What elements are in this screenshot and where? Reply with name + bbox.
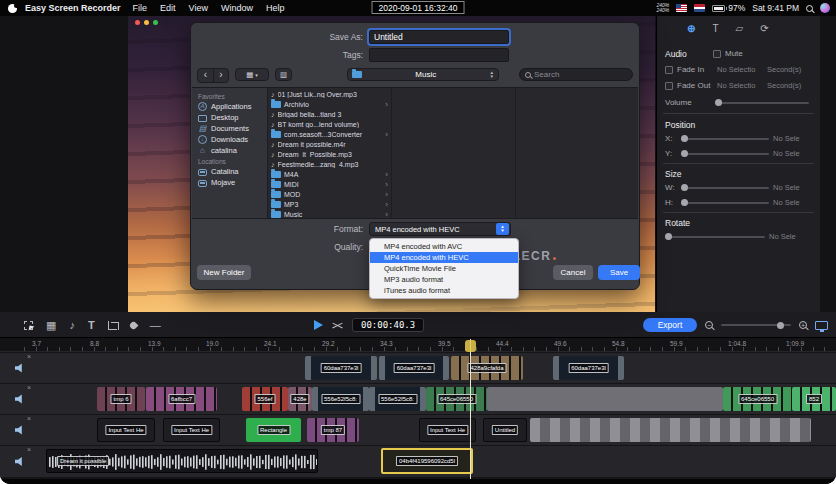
zoom-slider-knob[interactable] xyxy=(777,322,784,329)
timeline-clip-dream-it-possible[interactable]: Dream it possible xyxy=(46,449,318,473)
sidebar-item-applications[interactable]: Applications xyxy=(192,101,267,112)
sidebar-item-catalina[interactable]: Catalina xyxy=(192,166,267,177)
y-slider-knob[interactable] xyxy=(681,150,688,157)
sidebar-item-documents[interactable]: Documents xyxy=(192,123,267,134)
flag-nl-icon[interactable] xyxy=(694,4,705,12)
file-item[interactable]: MP3› xyxy=(268,199,391,209)
timeline-clip-645ce06550[interactable]: 645ce06550 xyxy=(426,387,487,411)
file-item[interactable]: Brigad bella...tland 3 xyxy=(268,109,391,119)
battery-indicator[interactable]: 97% xyxy=(712,3,745,13)
media-tool-icon[interactable]: ▦ xyxy=(46,320,56,331)
file-item[interactable]: Dream it possible.m4r xyxy=(268,139,391,149)
fade-out-checkbox[interactable] xyxy=(665,82,673,90)
fade-in-checkbox[interactable] xyxy=(665,66,673,74)
zoom-out-icon[interactable]: − xyxy=(705,321,713,329)
file-item[interactable]: Dream_it_Possible.mp3 xyxy=(268,149,391,159)
rotate-tool-icon[interactable]: ⟳ xyxy=(760,24,768,34)
new-folder-button[interactable]: New Folder xyxy=(197,265,251,280)
quality-option[interactable]: MP4 encoded with HEVC xyxy=(370,252,518,263)
timeline-clip-556e52f5c8-[interactable]: 556e52f5c8: xyxy=(312,387,369,411)
menu-file[interactable]: File xyxy=(133,3,148,13)
column-view-button[interactable]: ▥ xyxy=(275,68,292,81)
fade-in-value[interactable]: No Selectio xyxy=(717,65,763,74)
sidebar-item-downloads[interactable]: Downloads xyxy=(192,134,267,145)
text-tool-icon[interactable]: T xyxy=(712,24,718,34)
timeline-clip-rectangle[interactable]: Rectangle xyxy=(246,418,301,442)
traffic-light-minimize[interactable] xyxy=(144,20,149,25)
speaker-icon[interactable] xyxy=(15,394,25,404)
timeline-clip-tmp-6[interactable]: tmp 6 xyxy=(97,387,145,411)
crop-tool-icon[interactable] xyxy=(108,321,117,330)
spotlight-icon[interactable] xyxy=(806,5,813,12)
remove-track-icon[interactable]: × xyxy=(27,415,31,422)
view-mode-button[interactable]: ▦▾ xyxy=(235,68,269,81)
sidebar-item-catalina[interactable]: catalina xyxy=(192,145,267,156)
speaker-icon[interactable] xyxy=(15,457,25,467)
mute-checkbox[interactable] xyxy=(713,50,721,58)
play-button[interactable] xyxy=(314,320,323,330)
playhead-handle[interactable] xyxy=(465,340,476,352)
apple-logo-icon[interactable] xyxy=(8,2,17,14)
timeline-clip-852[interactable]: 852 xyxy=(792,387,836,411)
traffic-light-zoom[interactable] xyxy=(153,20,158,25)
speaker-icon[interactable] xyxy=(15,425,25,435)
timeline-ruler[interactable]: 3.78.813.919.024.129.234.339.544.449.654… xyxy=(0,338,836,352)
menu-bar-clock[interactable]: Sat 9:41 PM xyxy=(752,3,799,13)
timeline-clip-556ef[interactable]: 556ef xyxy=(242,387,288,411)
w-slider[interactable] xyxy=(681,187,769,189)
fade-out-value[interactable]: No Selectio xyxy=(717,81,763,90)
sidebar-item-mojave[interactable]: Mojave xyxy=(192,177,267,188)
quality-option[interactable]: MP4 encoded with AVC xyxy=(370,241,518,252)
timeline-clip-428a9cfafda[interactable]: 428a9cfafda xyxy=(451,356,523,380)
flag-us-icon[interactable] xyxy=(676,4,687,12)
rotate-slider-knob[interactable] xyxy=(665,233,672,240)
volume-slider-knob[interactable] xyxy=(715,99,722,106)
filename-input[interactable] xyxy=(369,30,509,44)
h-slider[interactable] xyxy=(681,202,769,204)
file-item[interactable]: MIDI› xyxy=(268,179,391,189)
remove-track-icon[interactable]: × xyxy=(27,384,31,391)
sidebar-item-desktop[interactable]: Desktop xyxy=(192,112,267,123)
siri-icon[interactable] xyxy=(820,3,830,13)
timeline-clip-60daa737e3l[interactable]: 60daa737e3l xyxy=(379,356,449,380)
file-item[interactable]: M4A› xyxy=(268,169,391,179)
select-tool-icon[interactable] xyxy=(24,321,33,330)
file-item[interactable]: 01 [Just Lik..ng Over.mp3 xyxy=(268,89,391,99)
audio-tool-icon[interactable]: ♪ xyxy=(69,320,75,331)
timeline-clip-556e52f5c8-[interactable]: 556e52f5c8: xyxy=(369,387,426,411)
file-item[interactable]: Archivio› xyxy=(268,99,391,109)
timeline-clip-60daa737e3l[interactable]: 60daa737e3l xyxy=(305,356,377,380)
timeline-clip-input-text-he[interactable]: Input Text He xyxy=(419,418,476,442)
timeline-clip-untitled[interactable]: Untitled xyxy=(483,418,527,442)
cancel-button[interactable]: Cancel xyxy=(553,265,593,280)
timeline-clip-input-text-he[interactable]: Input Text He xyxy=(163,418,220,442)
file-item[interactable]: com.seasoft...3Converter› xyxy=(268,129,391,139)
timeline-clip-6afbcc7[interactable]: 6afbcc7 xyxy=(146,387,217,411)
file-item[interactable]: MOD› xyxy=(268,189,391,199)
x-slider-knob[interactable] xyxy=(681,135,688,142)
menu-edit[interactable]: Edit xyxy=(160,3,176,13)
format-select[interactable]: MP4 encoded with HEVC ▲▼ xyxy=(369,222,511,236)
save-button[interactable]: Save xyxy=(598,265,640,280)
timeline-clip[interactable] xyxy=(530,418,811,442)
traffic-light-close[interactable] xyxy=(135,20,140,25)
x-slider[interactable] xyxy=(681,138,769,140)
volume-slider[interactable] xyxy=(715,102,809,104)
text-tool-icon[interactable]: T xyxy=(88,320,95,331)
h-slider-knob[interactable] xyxy=(681,199,688,206)
line-tool-icon[interactable]: — xyxy=(150,320,161,331)
rotate-slider[interactable] xyxy=(665,236,765,238)
menu-help[interactable]: Help xyxy=(266,3,285,13)
quality-option[interactable]: iTunes audio format xyxy=(370,285,518,296)
quality-option[interactable]: QuickTime Movie File xyxy=(370,263,518,274)
shape-tool-icon[interactable]: ▱ xyxy=(736,24,744,34)
zoom-in-icon[interactable]: + xyxy=(799,321,807,329)
quality-option[interactable]: MP3 audio format xyxy=(370,274,518,285)
file-item[interactable]: Music› xyxy=(268,209,391,218)
y-slider[interactable] xyxy=(681,153,769,155)
playhead-line[interactable] xyxy=(470,339,471,479)
file-item[interactable]: BT komt go...lend volume) xyxy=(268,119,391,129)
timeline-clip[interactable] xyxy=(487,387,723,411)
export-button[interactable]: Export xyxy=(643,318,697,332)
search-input[interactable] xyxy=(534,70,622,79)
